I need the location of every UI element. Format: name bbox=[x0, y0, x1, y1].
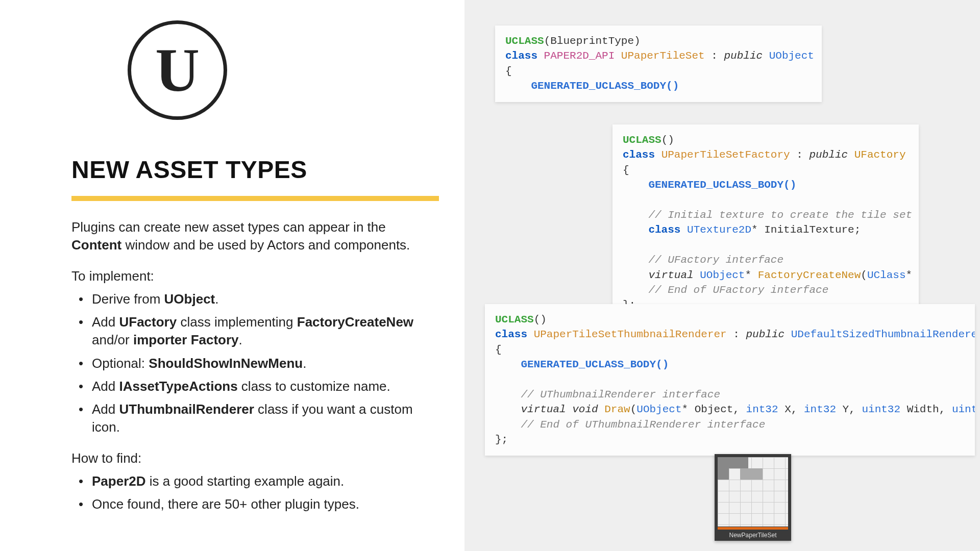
intro-post: window and be used by Actors and compone… bbox=[121, 237, 410, 253]
right-panel: UCLASS(BlueprintType) class PAPER2D_API … bbox=[464, 0, 980, 551]
logo: U bbox=[128, 20, 434, 120]
thumbnail-grid-icon bbox=[718, 457, 788, 527]
page-title: NEW ASSET TYPES bbox=[71, 156, 434, 184]
implement-list: Derive from UObject. Add UFactory class … bbox=[71, 290, 429, 436]
thumbnail-accent-bar bbox=[718, 527, 788, 530]
logo-circle: U bbox=[128, 20, 227, 120]
asset-thumbnail: NewPaperTileSet bbox=[715, 454, 791, 541]
intro-bold: Content bbox=[71, 237, 121, 253]
title-underline bbox=[71, 196, 439, 201]
unreal-logo-icon: U bbox=[155, 40, 200, 101]
body-text: Plugins can create new asset types can a… bbox=[71, 218, 429, 513]
find-heading: How to find: bbox=[71, 449, 429, 467]
list-item: Add UThumbnailRenderer class if you want… bbox=[77, 400, 429, 436]
list-item: Derive from UObject. bbox=[77, 290, 429, 308]
code-block-tileset: UCLASS(BlueprintType) class PAPER2D_API … bbox=[495, 26, 822, 102]
find-list: Paper2D is a good starting example again… bbox=[71, 472, 429, 513]
list-item: Optional: ShouldShowInNewMenu. bbox=[77, 355, 429, 372]
code-block-factory: UCLASS() class UPaperTileSetFactory : pu… bbox=[612, 124, 919, 321]
intro-pre: Plugins can create new asset types can a… bbox=[71, 219, 386, 235]
intro-paragraph: Plugins can create new asset types can a… bbox=[71, 218, 429, 254]
list-item: Add UFactory class implementing FactoryC… bbox=[77, 313, 429, 349]
list-item: Add IAssetTypeActions class to customize… bbox=[77, 378, 429, 395]
implement-heading: To implement: bbox=[71, 267, 429, 285]
left-panel: U NEW ASSET TYPES Plugins can create new… bbox=[0, 0, 464, 551]
code-block-thumbnail: UCLASS() class UPaperTileSetThumbnailRen… bbox=[485, 304, 975, 456]
list-item: Once found, there are 50+ other plugin t… bbox=[77, 495, 429, 513]
thumbnail-label: NewPaperTileSet bbox=[715, 532, 791, 539]
list-item: Paper2D is a good starting example again… bbox=[77, 472, 429, 490]
